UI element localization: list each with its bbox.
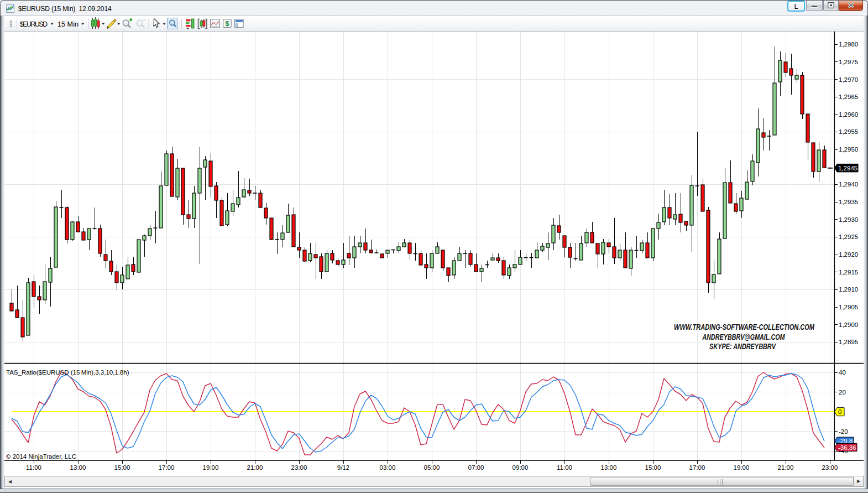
svg-text:07:00: 07:00 bbox=[468, 464, 484, 471]
svg-text:WWW.TRADING-SOFTWARE-COLLECTIO: WWW.TRADING-SOFTWARE-COLLECTION.COM bbox=[674, 323, 814, 332]
svg-text:15:00: 15:00 bbox=[114, 464, 130, 471]
svg-text:17:00: 17:00 bbox=[689, 464, 705, 471]
svg-text:1,2930: 1,2930 bbox=[839, 216, 858, 223]
svg-text:1,2955: 1,2955 bbox=[839, 128, 858, 135]
svg-text:23:00: 23:00 bbox=[822, 464, 838, 471]
svg-text:1,2900: 1,2900 bbox=[839, 321, 858, 328]
svg-text:-36,36: -36,36 bbox=[838, 444, 856, 451]
svg-text:SKYPE: ANDREYBBRV: SKYPE: ANDREYBBRV bbox=[709, 342, 776, 351]
svg-text:1,2905: 1,2905 bbox=[839, 304, 858, 310]
svg-text:15:00: 15:00 bbox=[645, 464, 661, 471]
svg-text:20: 20 bbox=[839, 389, 846, 396]
svg-text:13:00: 13:00 bbox=[70, 464, 86, 471]
svg-text:1,2935: 1,2935 bbox=[839, 199, 858, 205]
svg-text:1,2940: 1,2940 bbox=[839, 181, 858, 188]
svg-text:1,2970: 1,2970 bbox=[839, 76, 858, 83]
svg-text:19:00: 19:00 bbox=[203, 464, 219, 471]
svg-text:11:00: 11:00 bbox=[26, 464, 41, 471]
svg-text:1,2915: 1,2915 bbox=[839, 269, 858, 276]
svg-text:1,2960: 1,2960 bbox=[839, 111, 858, 118]
svg-text:9/12: 9/12 bbox=[337, 464, 349, 471]
svg-text:21:00: 21:00 bbox=[778, 464, 794, 471]
svg-text:1,2895: 1,2895 bbox=[839, 339, 858, 345]
svg-text:$EURUSD: $EURUSD bbox=[20, 20, 48, 28]
svg-text:09:00: 09:00 bbox=[513, 464, 529, 471]
svg-text:19:00: 19:00 bbox=[734, 464, 750, 471]
svg-text:$: $ bbox=[225, 20, 229, 28]
svg-text:1,2965: 1,2965 bbox=[839, 94, 858, 100]
svg-text:1,2920: 1,2920 bbox=[839, 251, 858, 258]
svg-text:0: 0 bbox=[838, 408, 841, 415]
svg-text:11:00: 11:00 bbox=[557, 464, 572, 471]
svg-text:ANDREYBBRV@GMAIL.COM: ANDREYBBRV@GMAIL.COM bbox=[702, 333, 785, 341]
svg-text:21:00: 21:00 bbox=[247, 464, 263, 471]
svg-text:TAS_Ratio($EURUSD (15 Min),3,3: TAS_Ratio($EURUSD (15 Min),3,3,10,1.8h) bbox=[6, 369, 129, 376]
svg-text:40: 40 bbox=[839, 369, 846, 376]
svg-text:23:00: 23:00 bbox=[291, 464, 307, 471]
svg-text:1,2910: 1,2910 bbox=[839, 286, 858, 293]
svg-text:1,2975: 1,2975 bbox=[839, 59, 858, 65]
svg-text:© 2014 NinjaTrader, LLC: © 2014 NinjaTrader, LLC bbox=[6, 453, 76, 460]
svg-text:05:00: 05:00 bbox=[424, 464, 440, 471]
svg-text:1,2980: 1,2980 bbox=[839, 41, 858, 48]
svg-text:-20: -20 bbox=[839, 428, 848, 435]
svg-text:13:00: 13:00 bbox=[601, 464, 617, 471]
svg-text:1,2925: 1,2925 bbox=[839, 233, 858, 240]
svg-text:1,2945: 1,2945 bbox=[838, 165, 857, 172]
svg-text:1,2950: 1,2950 bbox=[839, 146, 858, 153]
svg-text:15 Min: 15 Min bbox=[57, 20, 79, 28]
svg-text:03:00: 03:00 bbox=[380, 464, 396, 471]
svg-text:17:00: 17:00 bbox=[159, 464, 175, 471]
